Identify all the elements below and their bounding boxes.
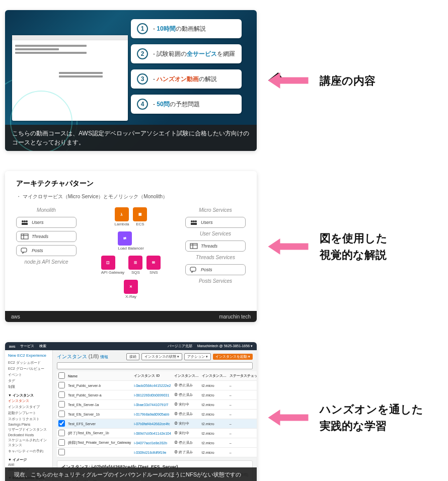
row2-label: 図を使用した 視覚的な解説 (320, 230, 388, 263)
row-checkbox[interactable] (58, 391, 65, 398)
instance-state-button[interactable]: インスタンスの状態 ▾ (141, 353, 182, 360)
mono-users-box: Users (16, 217, 77, 228)
row3-label: ハンズオンを通した 実践的な学習 (320, 401, 423, 434)
instances-toolbar: 接続 インスタンスの状態 ▾ アクション ▾ インスタンスを起動 ▾ (126, 353, 253, 360)
row-checkbox[interactable] (58, 420, 65, 427)
sidebar-item[interactable]: EC2 ダッシュボード (8, 360, 49, 366)
row-checkbox[interactable] (58, 449, 65, 455)
row-diagram-explanation: アーキテクチャパターン ・ マイクロサービス（Micro Service）とモノ… (5, 171, 443, 322)
svg-point-10 (195, 220, 197, 222)
lambda-icon: λ (115, 207, 129, 221)
topbar-services[interactable]: サービス (20, 344, 34, 349)
svg-point-9 (193, 220, 195, 222)
topbar-account[interactable]: Maruchintech @ 5625-3851-1656 ▾ (197, 344, 253, 348)
sidebar-item[interactable]: Dedicated Hosts (8, 433, 49, 437)
video-caption: 現在、こちらのセキュリティグループのインバウンドルールのほうにNFSがない状態で… (5, 467, 257, 481)
sidebar-item[interactable]: キャパシティーの予約 (8, 448, 49, 454)
slide-title: アーキテクチャパターン (16, 179, 246, 188)
row-checkbox[interactable] (58, 411, 65, 417)
sidebar-item[interactable]: タグ (8, 378, 49, 384)
table-row[interactable]: Test_EFS_Serveri-07b0faf4b42682ce4fc⦿ 実行… (57, 419, 257, 429)
ecs-icon: ▦ (133, 207, 147, 221)
sidebar-section-instances[interactable]: ▼ インスタンス (8, 393, 49, 398)
feature-item-4: 4 - 50問の予想問題 (131, 95, 242, 114)
row-checkbox[interactable] (58, 439, 65, 446)
table-row[interactable]: i-0309d216dfdf9f19e⦿ 終了済みt2.micro–アラーム…+ (57, 448, 257, 457)
services-column: λ Lambda ▦ ECS ⇄ Load Balancer (101, 207, 161, 299)
row-checkbox[interactable] (58, 430, 65, 436)
ec2-sidebar: New EC2 Experience EC2 ダッシュボード EC2 グローバル… (5, 350, 53, 481)
sidebar-item[interactable]: イベント (8, 372, 49, 378)
connect-button[interactable]: 接続 (126, 353, 139, 360)
xray-icon: ✕ (124, 280, 138, 294)
svg-rect-3 (22, 223, 28, 225)
sidebar-item[interactable]: EC2 グローバルビュー (8, 366, 49, 372)
feature-number: 1 (137, 23, 148, 34)
svg-point-1 (24, 220, 26, 222)
loadbalancer-icon: ⇄ (118, 231, 132, 246)
micro-threads-box: Threads (185, 240, 246, 252)
card1-background: 1 - 10時間の動画解説 2 - 試験範囲の全サービスを網羅 3 - ハンズオ… (5, 10, 257, 151)
svg-rect-4 (21, 234, 28, 239)
col-status[interactable]: ステータスチェック (228, 371, 257, 381)
sidebar-item[interactable]: 制限 (8, 384, 49, 390)
table-row[interactable]: (削除)Test_Private_Server_for_Gatewayi-040… (57, 438, 257, 448)
ec2-content: インスタンス (1/8) 情報 接続 インスタンスの状態 ▾ アクション ▾ イ… (53, 350, 257, 481)
topbar-search[interactable]: 検索 (39, 344, 46, 349)
row1-label: 講座の内容 (320, 72, 376, 89)
table-row[interactable]: Test_Public_Server-ai-0812260d0b0899031⦿… (57, 390, 257, 400)
mono-posts-box: Posts (16, 245, 77, 256)
sidebar-item[interactable]: AMI (8, 462, 49, 467)
row-checkbox[interactable] (58, 401, 65, 408)
arrow-icon (267, 236, 310, 257)
col-id[interactable]: インスタンス ID (132, 371, 173, 381)
col-state[interactable]: インスタンス… (173, 371, 200, 381)
svg-point-0 (22, 220, 24, 222)
svg-point-8 (191, 220, 193, 222)
col-name[interactable]: Name (66, 371, 132, 381)
card-course-intro: 1 - 10時間の動画解説 2 - 試験範囲の全サービスを網羅 3 - ハンズオ… (5, 10, 257, 151)
row-handson: aws サービス 検索 バージニア北部 Maruchintech @ 5625-… (5, 342, 443, 481)
feature-item-3: 3 - ハンズオン動画の解説 (131, 69, 242, 89)
table-row[interactable]: (終了)Test_Efs_Server_1bi-089d7cb5b411d2e1… (57, 429, 257, 438)
mini-browser-window (12, 35, 128, 121)
instance-search-input[interactable] (57, 362, 253, 369)
row-course-overview: 1 - 10時間の動画解説 2 - 試験範囲の全サービスを網羅 3 - ハンズオ… (5, 10, 443, 151)
sidebar-item-instances[interactable]: インスタンス (8, 398, 49, 404)
sidebar-item[interactable]: 起動テンプレート (8, 410, 49, 416)
sidebar-item[interactable]: インスタンスタイプ (8, 404, 49, 410)
feature-list: 1 - 10時間の動画解説 2 - 試験範囲の全サービスを網羅 3 - ハンズオ… (131, 19, 242, 114)
instances-heading: インスタンス (1/8) 情報 (57, 353, 108, 360)
launch-instance-button[interactable]: インスタンスを起動 ▾ (213, 354, 253, 360)
aws-topbar: aws サービス 検索 バージニア北部 Maruchintech @ 5625-… (5, 342, 257, 350)
mono-threads-box: Threads (16, 231, 77, 242)
svg-rect-11 (191, 223, 197, 225)
sidebar-item[interactable]: Savings Plans (8, 422, 49, 427)
sidebar-item[interactable]: スケジュールされたインスタンス (8, 437, 49, 448)
topbar-region[interactable]: バージニア北部 (168, 344, 192, 349)
arrow-icon (267, 408, 310, 428)
action-button[interactable]: アクション ▾ (184, 353, 211, 360)
svg-rect-7 (21, 248, 27, 252)
feature-item-1: 1 - 10時間の動画解説 (131, 19, 242, 38)
table-row[interactable]: Test_Efs_Server_1bi-0179b8a9a80905abb⦿ 停… (57, 410, 257, 419)
sns-icon: ✉ (146, 256, 161, 270)
sidebar-section-images[interactable]: ▼ イメージ (8, 457, 49, 462)
select-all-checkbox[interactable] (58, 372, 65, 379)
table-row[interactable]: Test_Public_server-bi-0adc0584c4415222e2… (57, 381, 257, 390)
col-type[interactable]: インスタンス… (200, 371, 228, 381)
table-row[interactable]: Test_Efs_Server-1ai-0bae33d74410791f7⦿ 実… (57, 400, 257, 410)
sqs-icon: ☰ (128, 256, 142, 270)
row-checkbox[interactable] (58, 382, 65, 388)
apigateway-icon: ◫ (101, 256, 115, 270)
monolith-column: Monolith Users Threads Posts node.js API… (16, 207, 77, 266)
sidebar-item[interactable]: スポットリクエスト (8, 416, 49, 422)
slide-subtitle: ・ マイクロサービス（Micro Service）とモノリシック（Monolit… (16, 193, 246, 200)
slide-footer: aws maruchin tech (5, 311, 257, 322)
microservices-column: Micro Services Users User Services Threa… (185, 207, 246, 285)
sidebar-item[interactable]: リザーブドインスタンス (8, 427, 49, 433)
architecture-diagram: Monolith Users Threads Posts node.js API… (16, 207, 246, 299)
svg-rect-15 (190, 267, 196, 271)
sidebar-new-experience[interactable]: New EC2 Experience (8, 353, 49, 358)
aws-logo: aws (9, 345, 15, 348)
